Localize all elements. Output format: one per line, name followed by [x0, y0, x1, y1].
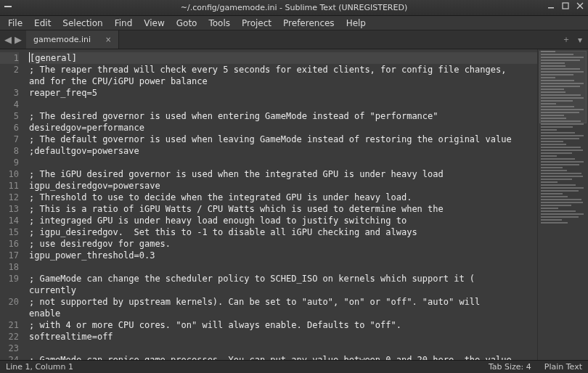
code-line[interactable]: ; Threshold to use to decide when the in…: [29, 192, 537, 203]
code-line[interactable]: ; The reaper thread will check every 5 s…: [29, 64, 537, 75]
line-number-gutter: 1234567891011121314151617181920212223242…: [0, 49, 25, 360]
line-number: 23: [0, 343, 19, 354]
window-menu-icon[interactable]: [4, 2, 12, 9]
line-number: [0, 75, 19, 87]
code-line[interactable]: ; with 4 or more CPU cores. "on" will al…: [29, 319, 537, 331]
menu-help[interactable]: Help: [341, 17, 371, 30]
minimize-button[interactable]: [547, 2, 555, 12]
line-number: 12: [0, 192, 19, 203]
line-number: 16: [0, 238, 19, 250]
code-line[interactable]: and for the CPU/iGPU power balance: [29, 75, 537, 87]
menu-view[interactable]: View: [139, 17, 169, 30]
code-line[interactable]: igpu_desiredgov=powersave: [29, 180, 537, 192]
code-line[interactable]: ; The iGPU desired governor is used when…: [29, 168, 537, 180]
line-number: 7: [0, 134, 19, 145]
minimap-viewport[interactable]: [539, 51, 587, 123]
code-line[interactable]: ; The default governor is used when leav…: [29, 134, 537, 145]
close-button[interactable]: [576, 2, 584, 12]
code-line[interactable]: ; This is a ratio of iGPU Watts / CPU Wa…: [29, 203, 537, 215]
code-line[interactable]: [general]: [29, 52, 537, 64]
code-line[interactable]: enable: [29, 308, 537, 319]
menu-tools[interactable]: Tools: [203, 17, 235, 30]
window-title: ~/.config/gamemode.ini - Sublime Text (U…: [181, 3, 407, 12]
text-cursor: [29, 52, 30, 62]
line-number: 13: [0, 203, 19, 215]
nav-back-icon[interactable]: ◀: [4, 34, 12, 45]
new-tab-icon[interactable]: ＋: [562, 33, 571, 46]
code-line[interactable]: ; igpu_desiredgov. Set this to -1 to dis…: [29, 226, 537, 238]
tab-close-icon[interactable]: ×: [105, 36, 111, 44]
menu-bar: File Edit Selection Find View Goto Tools…: [0, 16, 588, 30]
line-number: 19: [0, 273, 19, 284]
status-cursor-position[interactable]: Line 1, Column 1: [6, 362, 73, 372]
window-controls-right: [547, 2, 584, 12]
code-line[interactable]: ; not supported by upstream kernels). Ca…: [29, 296, 537, 308]
menu-edit[interactable]: Edit: [29, 17, 56, 30]
svg-rect-0: [4, 6, 12, 7]
code-line[interactable]: currently: [29, 284, 537, 296]
code-line[interactable]: [29, 261, 537, 273]
code-line[interactable]: [29, 99, 537, 110]
line-number: [0, 284, 19, 296]
line-number: 3: [0, 87, 19, 99]
line-number: 11: [0, 180, 19, 192]
line-number: 18: [0, 261, 19, 273]
line-number: 14: [0, 215, 19, 226]
line-number: 6: [0, 122, 19, 134]
status-tab-size[interactable]: Tab Size: 4: [489, 362, 531, 372]
line-number: 15: [0, 226, 19, 238]
line-number: 22: [0, 331, 19, 343]
line-number: 20: [0, 296, 19, 308]
status-syntax[interactable]: Plain Text: [544, 362, 582, 372]
line-number: 1: [0, 52, 19, 64]
line-number: [0, 308, 19, 319]
code-line[interactable]: [29, 157, 537, 168]
code-line[interactable]: ; integraged GPU is under heavy load eno…: [29, 215, 537, 226]
window-titlebar: ~/.config/gamemode.ini - Sublime Text (U…: [0, 0, 588, 16]
line-number: 9: [0, 157, 19, 168]
code-line[interactable]: ; GameMode can change the scheduler poli…: [29, 273, 537, 284]
svg-rect-2: [563, 3, 568, 9]
code-line[interactable]: ; The desired governor is used when ente…: [29, 110, 537, 122]
menu-file[interactable]: File: [3, 17, 28, 30]
code-content[interactable]: [general]; The reaper thread will check …: [25, 49, 537, 360]
menu-goto[interactable]: Goto: [171, 17, 203, 30]
tab-label: gamemode.ini: [33, 35, 91, 44]
line-number: 10: [0, 168, 19, 180]
minimap[interactable]: [537, 49, 588, 360]
tab-dropdown-icon[interactable]: ▾: [578, 35, 582, 45]
code-line[interactable]: desiredgov=performance: [29, 122, 537, 134]
line-number: 17: [0, 250, 19, 261]
status-bar: Line 1, Column 1 Tab Size: 4 Plain Text: [0, 360, 588, 373]
nav-forward-icon[interactable]: ▶: [15, 34, 22, 45]
line-number: 8: [0, 145, 19, 157]
menu-selection[interactable]: Selection: [57, 17, 107, 30]
line-number: 21: [0, 319, 19, 331]
code-line[interactable]: igpu_power_threshold=0.3: [29, 250, 537, 261]
editor-area[interactable]: 1234567891011121314151617181920212223242…: [0, 49, 588, 360]
code-line[interactable]: ;defaultgov=powersave: [29, 145, 537, 157]
menu-project[interactable]: Project: [237, 17, 277, 30]
line-number: 4: [0, 99, 19, 110]
svg-rect-1: [548, 7, 554, 9]
tab-gamemode-ini[interactable]: gamemode.ini ×: [26, 30, 119, 49]
code-line[interactable]: ; use desiredgov for games.: [29, 238, 537, 250]
window-controls-left: [4, 2, 12, 9]
line-number: 5: [0, 110, 19, 122]
line-number: 2: [0, 64, 19, 75]
tab-strip: ◀ ▶ gamemode.ini × ＋ ▾: [0, 30, 588, 49]
code-line[interactable]: [29, 343, 537, 354]
code-line[interactable]: reaper_freq=5: [29, 87, 537, 99]
code-line[interactable]: softrealtime=off: [29, 331, 537, 343]
maximize-button[interactable]: [562, 2, 569, 12]
menu-find[interactable]: Find: [110, 17, 138, 30]
menu-preferences[interactable]: Preferences: [278, 17, 340, 30]
